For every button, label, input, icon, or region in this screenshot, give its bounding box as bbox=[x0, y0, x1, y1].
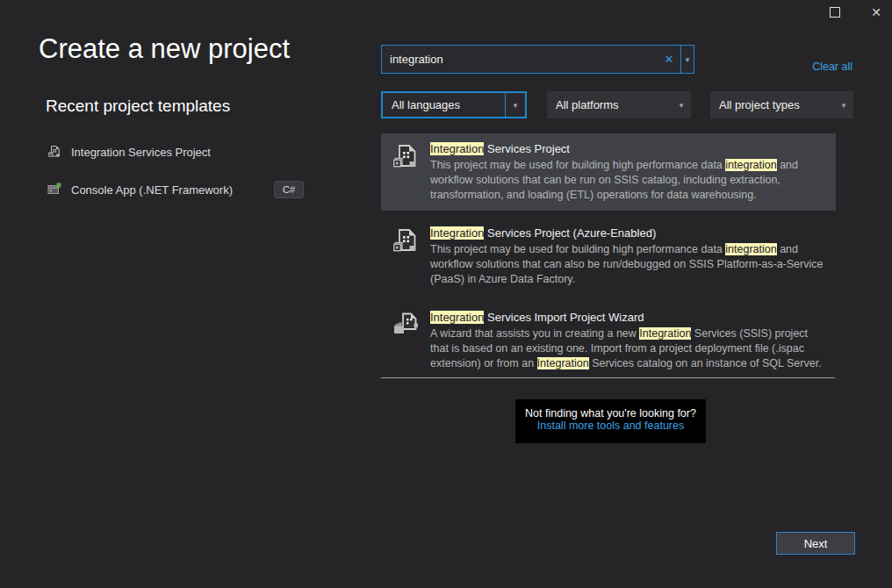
search-match-highlight: integration bbox=[725, 159, 776, 171]
text-segment: Services Project (Azure-Enabled) bbox=[484, 226, 656, 240]
chevron-down-icon: ▾ bbox=[506, 101, 525, 110]
search-match-highlight: Integration bbox=[430, 311, 484, 324]
search-match-highlight: Integration bbox=[537, 357, 589, 369]
chevron-down-icon: ▾ bbox=[834, 101, 853, 110]
search-match-highlight: integration bbox=[725, 243, 776, 255]
recent-templates-heading: Recent project templates bbox=[46, 97, 230, 116]
recent-template-label: Console App (.NET Framework) bbox=[71, 183, 233, 197]
result-title: Integration Services Import Project Wiza… bbox=[430, 310, 825, 325]
language-filter-dropdown[interactable]: All languages ▾ bbox=[381, 91, 527, 118]
next-button[interactable]: Next bbox=[776, 532, 855, 555]
not-finding-text: Not finding what you're looking for? bbox=[515, 407, 706, 419]
console-app-icon bbox=[47, 183, 61, 197]
search-match-highlight: Integration bbox=[430, 142, 484, 155]
chevron-down-icon: ▾ bbox=[672, 101, 691, 110]
import-project-wizard-icon bbox=[392, 312, 420, 340]
integration-services-project-icon bbox=[392, 227, 420, 255]
create-new-project-dialog: ✕ Create a new project Recent project te… bbox=[0, 0, 892, 588]
text-segment: A wizard that assists you in creating a … bbox=[430, 327, 639, 340]
result-description: This project may be used for building hi… bbox=[430, 242, 825, 287]
template-result-item[interactable]: Integration Services Import Project Wiza… bbox=[381, 302, 836, 379]
search-match-highlight: Integration bbox=[639, 327, 691, 340]
template-result-item[interactable]: Integration Services Project (Azure-Enab… bbox=[381, 218, 836, 295]
platform-filter-value: All platforms bbox=[547, 98, 672, 111]
recent-template-item[interactable]: Console App (.NET Framework)C# bbox=[47, 180, 304, 199]
project-type-filter-dropdown[interactable]: All project types ▾ bbox=[710, 91, 853, 118]
install-more-tools-link[interactable]: Install more tools and features bbox=[537, 419, 684, 432]
close-button[interactable]: ✕ bbox=[856, 0, 892, 25]
result-title: Integration Services Project (Azure-Enab… bbox=[430, 226, 825, 240]
integration-services-project-icon bbox=[392, 143, 420, 171]
recent-template-label: Integration Services Project bbox=[71, 146, 211, 159]
text-segment: Services Project bbox=[484, 142, 570, 155]
clear-all-link[interactable]: Clear all bbox=[812, 61, 852, 73]
recent-templates-list: Integration Services ProjectConsole App … bbox=[47, 142, 304, 199]
result-title: Integration Services Project bbox=[430, 141, 825, 156]
text-segment: This project may be used for building hi… bbox=[430, 159, 725, 171]
platform-filter-dropdown[interactable]: All platforms ▾ bbox=[547, 91, 691, 118]
search-match-highlight: Integration bbox=[430, 226, 484, 240]
search-input[interactable] bbox=[382, 53, 658, 66]
text-segment: Services Import Project Wizard bbox=[484, 311, 644, 324]
template-results-list: Integration Services ProjectThis project… bbox=[381, 133, 836, 379]
close-icon: ✕ bbox=[871, 6, 881, 18]
result-description: A wizard that assists you in creating a … bbox=[430, 326, 825, 371]
not-finding-box: Not finding what you're looking for? Ins… bbox=[515, 399, 706, 443]
language-badge: C# bbox=[274, 181, 304, 198]
recent-template-item[interactable]: Integration Services Project bbox=[47, 142, 304, 161]
integration-services-project-icon bbox=[47, 145, 61, 159]
template-result-item[interactable]: Integration Services ProjectThis project… bbox=[381, 133, 836, 211]
text-segment: Services catalog on an instance of SQL S… bbox=[589, 357, 822, 369]
clear-search-icon[interactable]: ✕ bbox=[658, 53, 680, 66]
page-title: Create a new project bbox=[39, 33, 290, 65]
text-segment: This project may be used for building hi… bbox=[430, 243, 725, 255]
search-history-dropdown-icon[interactable]: ▾ bbox=[681, 55, 694, 64]
results-divider bbox=[381, 377, 835, 378]
maximize-icon bbox=[830, 7, 840, 18]
maximize-button[interactable] bbox=[815, 0, 855, 25]
result-description: This project may be used for building hi… bbox=[430, 158, 825, 203]
search-box: ✕ ▾ bbox=[381, 45, 694, 74]
project-type-filter-value: All project types bbox=[710, 98, 834, 111]
language-filter-value: All languages bbox=[383, 98, 505, 111]
